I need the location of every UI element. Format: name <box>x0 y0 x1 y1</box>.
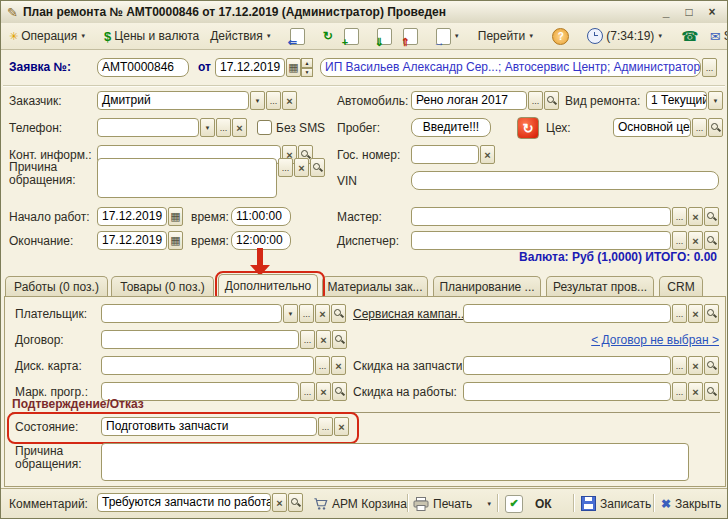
dropdown-button[interactable]: ▼ <box>708 91 723 110</box>
dropdown-button[interactable]: ▼ <box>250 91 265 110</box>
clear-button[interactable]: × <box>315 304 330 323</box>
discount-card-field[interactable] <box>101 356 314 375</box>
comment-field[interactable]: Требуются запчасти по работам <box>97 493 271 512</box>
ellipsis-button[interactable]: ... <box>672 207 687 226</box>
cart-workplace-button[interactable]: АРМ Корзина <box>313 493 407 514</box>
tab-check-result[interactable]: Результат пров... <box>546 276 654 297</box>
ellipsis-button[interactable]: ... <box>299 304 314 323</box>
post-document-button[interactable]: ⇐ <box>286 27 309 46</box>
sms-button[interactable]: ✉ SMS <box>706 28 728 45</box>
clear-button[interactable]: × <box>688 356 703 375</box>
ellipsis-button[interactable]: ... <box>692 118 707 137</box>
maximize-button[interactable]: □ <box>680 5 698 19</box>
search-button[interactable] <box>704 207 719 226</box>
customer-field[interactable]: Дмитрий <box>97 91 249 110</box>
service-campaign-link[interactable]: Сервисная кампан... <box>353 308 467 321</box>
clear-button[interactable]: × <box>480 145 495 164</box>
clear-button[interactable]: × <box>282 91 297 110</box>
work-start-time-field[interactable]: 11:00:00 <box>231 207 291 226</box>
vin-field[interactable] <box>411 171 719 190</box>
state-field[interactable]: Подготовить запчасти <box>101 417 317 436</box>
mileage-field[interactable]: Введите!!! <box>411 118 491 137</box>
calendar-button[interactable]: ▦ <box>286 58 301 77</box>
contract-not-selected-link[interactable]: < Договор не выбран > <box>541 334 719 347</box>
ellipsis-button[interactable]: ... <box>672 231 687 250</box>
help-button[interactable]: ? <box>548 27 573 46</box>
service-campaign-field[interactable] <box>463 304 671 323</box>
ellipsis-button[interactable]: ... <box>702 58 717 77</box>
ellipsis-button[interactable]: ... <box>266 91 281 110</box>
clear-button[interactable]: × <box>688 304 703 323</box>
calendar-button[interactable]: ▦ <box>168 207 183 226</box>
tab-materials[interactable]: Материалы зак... <box>322 276 428 297</box>
parts-discount-field[interactable] <box>463 356 671 375</box>
panel-reason-field[interactable] <box>101 443 689 481</box>
tab-goods[interactable]: Товары (0 поз.) <box>111 276 214 297</box>
request-reason-field[interactable] <box>97 158 277 198</box>
clock-button[interactable]: (7:34:19) ▼ <box>583 27 667 45</box>
ellipsis-button[interactable]: ... <box>278 158 293 177</box>
save-button[interactable]: Записать <box>581 493 651 514</box>
clear-button[interactable]: × <box>688 207 703 226</box>
search-button[interactable] <box>708 118 723 137</box>
master-field[interactable] <box>411 207 671 226</box>
no-sms-checkbox[interactable] <box>257 120 272 135</box>
dropdown-button[interactable]: ▼ <box>283 304 298 323</box>
search-button[interactable] <box>288 493 303 512</box>
update-mileage-icon[interactable]: ↻ <box>517 117 539 139</box>
payer-field[interactable] <box>101 304 282 323</box>
minimize-button[interactable]: _ <box>657 5 675 19</box>
ellipsis-button[interactable]: ... <box>318 417 333 436</box>
workshop-field[interactable]: Основной цех <box>613 118 691 137</box>
clear-button[interactable]: × <box>334 417 349 436</box>
goto-menu-button[interactable]: Перейти ▼ <box>474 28 539 44</box>
work-end-date-field[interactable]: 17.12.2019 <box>97 231 167 250</box>
spin-up-icon[interactable]: ▲ <box>301 58 313 68</box>
tab-crm[interactable]: CRM <box>659 276 703 297</box>
organization-field[interactable]: ИП Васильев Александр Сер...; Автосервис… <box>320 58 701 77</box>
search-button[interactable] <box>544 91 559 110</box>
copy-document-button[interactable]: + <box>340 27 363 46</box>
close-form-button[interactable]: ✖ Закрыть <box>661 493 721 514</box>
repair-type-field[interactable]: 1 Текущий ремон <box>646 91 707 110</box>
close-button[interactable]: × <box>703 5 721 19</box>
clear-button[interactable]: × <box>688 231 703 250</box>
ellipsis-button[interactable]: ... <box>528 91 543 110</box>
car-field[interactable]: Рено логан 2017 <box>411 91 527 110</box>
search-button[interactable] <box>704 356 719 375</box>
clear-button[interactable]: × <box>294 158 309 177</box>
prices-currency-button[interactable]: $ Цены и валюта <box>100 28 203 45</box>
clear-button[interactable]: × <box>316 330 331 349</box>
search-button[interactable] <box>332 330 347 349</box>
search-button[interactable] <box>310 158 325 177</box>
spin-down-icon[interactable]: ▼ <box>301 68 313 78</box>
clear-button[interactable]: × <box>272 493 287 512</box>
create-based-on-out-button[interactable]: ⇑ <box>399 27 422 46</box>
actions-menu-button[interactable]: Действия ▼ <box>206 28 276 44</box>
print-button[interactable]: Печать ▼ <box>413 493 492 514</box>
phone-field[interactable] <box>97 118 199 137</box>
ellipsis-button[interactable]: ... <box>216 118 231 137</box>
clear-button[interactable]: × <box>232 118 247 137</box>
refresh-button[interactable]: ↻ <box>319 28 337 44</box>
date-spinner[interactable]: ▲ ▼ <box>301 58 313 77</box>
ok-button[interactable]: ✔ ОК <box>505 493 552 514</box>
contract-field[interactable] <box>101 330 299 349</box>
plate-number-field[interactable] <box>411 145 479 164</box>
tab-works[interactable]: Работы (0 поз.) <box>5 276 108 297</box>
work-start-date-field[interactable]: 17.12.2019 <box>97 207 167 226</box>
ellipsis-button[interactable]: ... <box>315 356 330 375</box>
send-document-button[interactable]: → ▼ <box>432 27 464 46</box>
search-button[interactable] <box>704 304 719 323</box>
dispatcher-field[interactable] <box>411 231 671 250</box>
tab-planning[interactable]: Планирование ... <box>433 276 541 297</box>
tab-additional[interactable]: Дополнительно <box>218 274 318 297</box>
phone-button[interactable]: ☎ <box>677 27 702 45</box>
clear-button[interactable]: × <box>331 356 346 375</box>
calendar-button[interactable]: ▦ <box>168 231 183 250</box>
search-button[interactable] <box>704 231 719 250</box>
operation-menu-button[interactable]: ✳ Операция ▼ <box>5 28 90 44</box>
ellipsis-button[interactable]: ... <box>300 330 315 349</box>
dropdown-button[interactable]: ▼ <box>200 118 215 137</box>
ellipsis-button[interactable]: ... <box>672 356 687 375</box>
